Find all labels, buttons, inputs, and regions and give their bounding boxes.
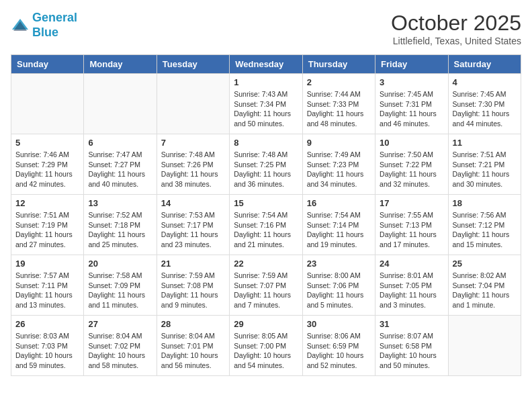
- day-number: 30: [307, 319, 371, 329]
- day-number: 3: [380, 77, 443, 87]
- day-info: Sunrise: 7:44 AM Sunset: 7:33 PM Dayligh…: [307, 89, 371, 129]
- day-number: 8: [234, 138, 298, 148]
- calendar-cell: 11Sunrise: 7:51 AM Sunset: 7:21 PM Dayli…: [448, 134, 521, 195]
- day-info: Sunrise: 8:07 AM Sunset: 6:58 PM Dayligh…: [380, 331, 443, 371]
- logo-text: General Blue: [32, 11, 77, 40]
- calendar-cell: 30Sunrise: 8:06 AM Sunset: 6:59 PM Dayli…: [302, 316, 375, 376]
- calendar-cell: 22Sunrise: 7:59 AM Sunset: 7:07 PM Dayli…: [230, 255, 302, 316]
- calendar-cell: [157, 74, 229, 134]
- calendar-cell: 8Sunrise: 7:48 AM Sunset: 7:25 PM Daylig…: [230, 134, 302, 195]
- location: Littlefield, Texas, United States: [391, 36, 521, 46]
- calendar-cell: 10Sunrise: 7:50 AM Sunset: 7:22 PM Dayli…: [375, 134, 448, 195]
- day-number: 11: [453, 138, 517, 148]
- calendar: SundayMondayTuesdayWednesdayThursdayFrid…: [11, 54, 521, 376]
- calendar-cell: 27Sunrise: 8:04 AM Sunset: 7:02 PM Dayli…: [84, 316, 157, 376]
- day-number: 6: [88, 138, 152, 148]
- day-number: 25: [453, 259, 517, 269]
- day-number: 12: [15, 198, 79, 208]
- day-number: 22: [234, 259, 298, 269]
- calendar-cell: 23Sunrise: 8:00 AM Sunset: 7:06 PM Dayli…: [302, 255, 375, 316]
- day-info: Sunrise: 8:06 AM Sunset: 6:59 PM Dayligh…: [307, 331, 371, 371]
- weekday-header-tuesday: Tuesday: [157, 55, 229, 74]
- calendar-cell: 18Sunrise: 7:56 AM Sunset: 7:12 PM Dayli…: [448, 195, 521, 255]
- day-number: 26: [15, 319, 79, 329]
- day-number: 28: [161, 319, 225, 329]
- calendar-cell: 12Sunrise: 7:51 AM Sunset: 7:19 PM Dayli…: [11, 195, 84, 255]
- day-number: 19: [15, 259, 79, 269]
- calendar-cell: 7Sunrise: 7:48 AM Sunset: 7:26 PM Daylig…: [157, 134, 229, 195]
- day-info: Sunrise: 7:45 AM Sunset: 7:31 PM Dayligh…: [380, 89, 443, 129]
- calendar-cell: 6Sunrise: 7:47 AM Sunset: 7:27 PM Daylig…: [84, 134, 157, 195]
- day-info: Sunrise: 7:49 AM Sunset: 7:23 PM Dayligh…: [307, 150, 371, 189]
- day-info: Sunrise: 7:51 AM Sunset: 7:21 PM Dayligh…: [453, 150, 517, 189]
- day-number: 31: [380, 319, 443, 329]
- day-info: Sunrise: 7:43 AM Sunset: 7:34 PM Dayligh…: [234, 89, 298, 129]
- calendar-cell: [11, 74, 84, 134]
- day-number: 14: [161, 198, 225, 208]
- weekday-header-thursday: Thursday: [302, 55, 375, 74]
- calendar-cell: 9Sunrise: 7:49 AM Sunset: 7:23 PM Daylig…: [302, 134, 375, 195]
- calendar-cell: 3Sunrise: 7:45 AM Sunset: 7:31 PM Daylig…: [375, 74, 448, 134]
- day-info: Sunrise: 8:01 AM Sunset: 7:05 PM Dayligh…: [380, 271, 443, 310]
- day-number: 27: [88, 319, 152, 329]
- logo-blue: Blue: [32, 26, 58, 39]
- calendar-cell: 17Sunrise: 7:55 AM Sunset: 7:13 PM Dayli…: [375, 195, 448, 255]
- day-number: 24: [380, 259, 443, 269]
- day-number: 13: [88, 198, 152, 208]
- calendar-cell: 19Sunrise: 7:57 AM Sunset: 7:11 PM Dayli…: [11, 255, 84, 316]
- week-row-4: 19Sunrise: 7:57 AM Sunset: 7:11 PM Dayli…: [11, 255, 521, 316]
- week-row-3: 12Sunrise: 7:51 AM Sunset: 7:19 PM Dayli…: [11, 195, 521, 255]
- day-number: 23: [307, 259, 371, 269]
- day-info: Sunrise: 7:48 AM Sunset: 7:25 PM Dayligh…: [234, 150, 298, 189]
- day-info: Sunrise: 8:04 AM Sunset: 7:01 PM Dayligh…: [161, 331, 225, 371]
- calendar-cell: 29Sunrise: 8:05 AM Sunset: 7:00 PM Dayli…: [230, 316, 302, 376]
- weekday-header-friday: Friday: [375, 55, 448, 74]
- calendar-cell: 13Sunrise: 7:52 AM Sunset: 7:18 PM Dayli…: [84, 195, 157, 255]
- day-info: Sunrise: 7:59 AM Sunset: 7:08 PM Dayligh…: [161, 271, 225, 310]
- calendar-cell: 14Sunrise: 7:53 AM Sunset: 7:17 PM Dayli…: [157, 195, 229, 255]
- week-row-2: 5Sunrise: 7:46 AM Sunset: 7:29 PM Daylig…: [11, 134, 521, 195]
- weekday-header-wednesday: Wednesday: [230, 55, 302, 74]
- day-info: Sunrise: 7:56 AM Sunset: 7:12 PM Dayligh…: [453, 210, 517, 250]
- calendar-cell: [448, 316, 521, 376]
- day-info: Sunrise: 8:05 AM Sunset: 7:00 PM Dayligh…: [234, 331, 298, 371]
- day-number: 15: [234, 198, 298, 208]
- day-info: Sunrise: 8:03 AM Sunset: 7:03 PM Dayligh…: [15, 331, 79, 371]
- calendar-cell: 31Sunrise: 8:07 AM Sunset: 6:58 PM Dayli…: [375, 316, 448, 376]
- day-number: 16: [307, 198, 371, 208]
- day-number: 20: [88, 259, 152, 269]
- calendar-cell: 26Sunrise: 8:03 AM Sunset: 7:03 PM Dayli…: [11, 316, 84, 376]
- calendar-cell: 4Sunrise: 7:45 AM Sunset: 7:30 PM Daylig…: [448, 74, 521, 134]
- title-section: October 2025 Littlefield, Texas, United …: [391, 11, 521, 46]
- calendar-cell: 21Sunrise: 7:59 AM Sunset: 7:08 PM Dayli…: [157, 255, 229, 316]
- logo-general: General: [32, 11, 77, 24]
- day-info: Sunrise: 7:53 AM Sunset: 7:17 PM Dayligh…: [161, 210, 225, 250]
- page-header: General Blue October 2025 Littlefield, T…: [11, 11, 521, 46]
- day-number: 18: [453, 198, 517, 208]
- day-info: Sunrise: 7:52 AM Sunset: 7:18 PM Dayligh…: [88, 210, 152, 250]
- day-info: Sunrise: 7:51 AM Sunset: 7:19 PM Dayligh…: [15, 210, 79, 250]
- calendar-cell: 5Sunrise: 7:46 AM Sunset: 7:29 PM Daylig…: [11, 134, 84, 195]
- weekday-header-saturday: Saturday: [448, 55, 521, 74]
- day-number: 4: [453, 77, 517, 87]
- day-info: Sunrise: 7:47 AM Sunset: 7:27 PM Dayligh…: [88, 150, 152, 189]
- calendar-cell: 1Sunrise: 7:43 AM Sunset: 7:34 PM Daylig…: [230, 74, 302, 134]
- day-number: 29: [234, 319, 298, 329]
- day-info: Sunrise: 7:48 AM Sunset: 7:26 PM Dayligh…: [161, 150, 225, 189]
- day-info: Sunrise: 7:45 AM Sunset: 7:30 PM Dayligh…: [453, 89, 517, 129]
- day-number: 17: [380, 198, 443, 208]
- day-info: Sunrise: 7:55 AM Sunset: 7:13 PM Dayligh…: [380, 210, 443, 250]
- day-number: 10: [380, 138, 443, 148]
- day-number: 5: [15, 138, 79, 148]
- calendar-cell: [84, 74, 157, 134]
- day-info: Sunrise: 7:57 AM Sunset: 7:11 PM Dayligh…: [15, 271, 79, 310]
- day-number: 9: [307, 138, 371, 148]
- day-info: Sunrise: 7:59 AM Sunset: 7:07 PM Dayligh…: [234, 271, 298, 310]
- day-number: 7: [161, 138, 225, 148]
- day-info: Sunrise: 7:50 AM Sunset: 7:22 PM Dayligh…: [380, 150, 443, 189]
- logo-icon: [11, 16, 30, 35]
- day-info: Sunrise: 7:54 AM Sunset: 7:14 PM Dayligh…: [307, 210, 371, 250]
- calendar-cell: 20Sunrise: 7:58 AM Sunset: 7:09 PM Dayli…: [84, 255, 157, 316]
- day-info: Sunrise: 7:58 AM Sunset: 7:09 PM Dayligh…: [88, 271, 152, 310]
- day-number: 21: [161, 259, 225, 269]
